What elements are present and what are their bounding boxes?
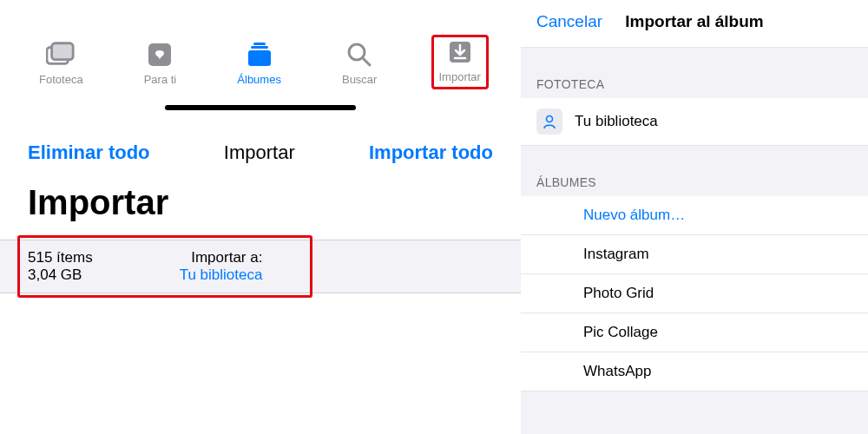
new-album-row[interactable]: Nuevo álbum… (521, 196, 868, 235)
album-label: Instagram (583, 246, 649, 263)
tab-fototeca[interactable]: Fototeca (32, 38, 90, 89)
tab-label: Importar (439, 70, 481, 83)
library-label: Tu biblioteca (575, 113, 658, 130)
album-label: Pic Collage (583, 324, 658, 341)
delete-all-button[interactable]: Eliminar todo (28, 141, 150, 164)
import-all-button[interactable]: Importar todo (369, 141, 493, 164)
tab-label: Buscar (342, 73, 377, 86)
modal-header: Cancelar Importar al álbum (521, 0, 868, 48)
section-albumes-header: ÁLBUMES (521, 146, 868, 196)
album-row-whatsapp[interactable]: WhatsApp (521, 352, 868, 391)
photos-icon (46, 42, 76, 68)
svg-rect-5 (248, 50, 271, 66)
album-row-photogrid[interactable]: Photo Grid (521, 274, 868, 313)
person-icon (536, 108, 562, 135)
album-row-instagram[interactable]: Instagram (521, 235, 868, 274)
svg-line-7 (363, 58, 370, 65)
toolbar-title: Importar (224, 141, 295, 164)
album-label: WhatsApp (583, 363, 651, 380)
search-icon (345, 42, 374, 68)
cancel-button[interactable]: Cancelar (536, 12, 602, 31)
items-count: 515 ítems (28, 249, 93, 266)
right-panel: Cancelar Importar al álbum FOTOTECA Tu b… (521, 0, 868, 434)
import-icon (445, 39, 475, 65)
import-info-row[interactable]: 515 ítems 3,04 GB Importar a: Tu bibliot… (0, 240, 521, 293)
drag-handle[interactable] (165, 105, 356, 110)
section-fototeca-header: FOTOTECA (521, 48, 868, 98)
modal-title: Importar al álbum (625, 12, 763, 31)
album-label: Photo Grid (583, 285, 654, 302)
tab-label: Álbumes (237, 73, 281, 86)
for-you-icon (145, 42, 174, 68)
svg-rect-3 (253, 43, 266, 45)
tab-label: Fototeca (39, 73, 83, 86)
svg-point-10 (547, 116, 553, 122)
album-row-piccollage[interactable]: Pic Collage (521, 313, 868, 352)
tab-buscar[interactable]: Buscar (335, 38, 384, 89)
import-to-value[interactable]: Tu biblioteca (180, 266, 263, 284)
tab-parati[interactable]: Para ti (137, 38, 184, 89)
tab-importar[interactable]: Importar (431, 35, 489, 89)
toolbar-actions: Eliminar todo Importar Importar todo (0, 126, 521, 171)
page-title: Importar (0, 171, 521, 240)
new-album-label: Nuevo álbum… (583, 207, 685, 224)
left-panel: Fototeca Para ti Álbumes Buscar Importar (0, 0, 521, 434)
library-row[interactable]: Tu biblioteca (521, 98, 868, 146)
import-to-label: Importar a: (180, 249, 263, 266)
items-size: 3,04 GB (28, 266, 93, 284)
tab-bar: Fototeca Para ti Álbumes Buscar Importar (0, 0, 521, 98)
tab-label: Para ti (144, 73, 177, 86)
albums-icon (245, 42, 274, 68)
tab-albumes[interactable]: Álbumes (230, 38, 288, 89)
svg-rect-1 (52, 43, 74, 60)
svg-rect-4 (251, 46, 268, 49)
